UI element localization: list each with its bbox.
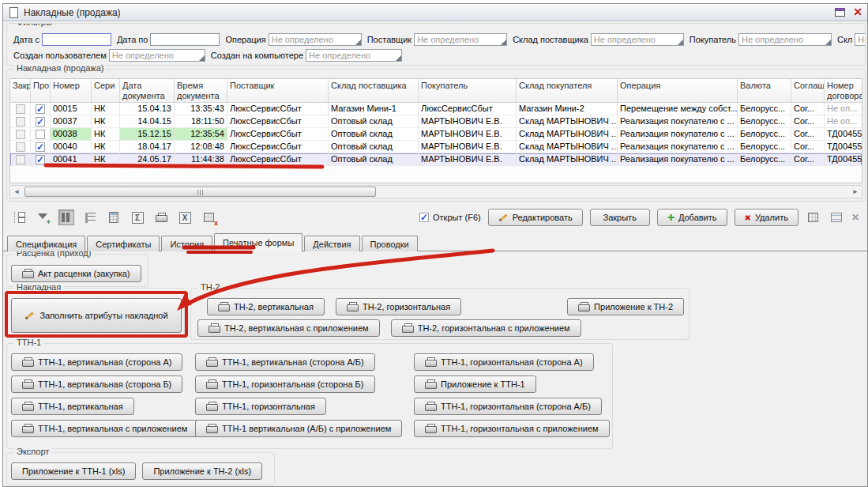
tab-actions[interactable]: Действия [304,236,359,251]
posted-checkbox[interactable] [36,155,45,164]
open-checkbox[interactable] [419,213,429,222]
print-form-button[interactable]: ТН-2, вертикальная с приложением [197,319,380,337]
export-button[interactable]: Приложение к ТТН-1 (xls) [11,462,136,480]
scroll-right-arrow-icon[interactable]: ► [849,186,862,198]
sum-icon[interactable]: Σ [130,210,145,225]
columns-icon[interactable] [58,210,74,225]
combo-field[interactable]: Не определено [109,49,205,62]
posted-checkbox[interactable] [36,104,45,114]
tab-history[interactable]: История [161,236,212,251]
scrollbar-thumb[interactable] [24,187,376,197]
column-header[interactable]: Номер договора [825,79,862,102]
button-label: Приложение к ТТН-1 (xls) [22,466,125,476]
edit-button[interactable]: Редактировать [488,209,583,226]
column-header[interactable]: Номер [51,79,92,102]
closed-checkbox[interactable] [16,104,25,114]
combo-field[interactable]: Не определено [414,33,507,46]
posted-checkbox[interactable] [36,117,45,126]
export-excel-icon[interactable]: X [177,210,193,225]
column-header[interactable]: Дата документа [120,79,175,102]
close-panel-icon[interactable]: ✕ [851,212,859,223]
print-form-button[interactable]: ТТН-1, вертикальная (сторона А) [11,353,182,371]
fill-invoice-attributes-button[interactable]: Заполнить атрибуты накладной [11,298,182,333]
print-icon[interactable] [153,210,169,225]
details-view-icon[interactable] [829,210,844,225]
open-checkbox-wrap[interactable]: Открыт (F6) [419,213,481,222]
print-form-button[interactable]: ТТН-1, горизонтальная (сторона А/Б) [414,398,602,415]
column-header[interactable]: Покупатель [419,79,517,102]
tab-certificates[interactable]: Сертификаты [87,236,160,251]
tab-specification[interactable]: Спецификация [7,236,85,251]
print-form-button[interactable]: ТТН-1 вертикальная (А/Б) с приложением [195,420,402,437]
print-form-button[interactable]: ТТН-1, вертикальная с приложением [11,420,198,437]
print-form-button[interactable]: ТТН-1, горизонтальная (сторона Б) [195,376,375,393]
column-header[interactable]: Закр [10,79,31,102]
column-header[interactable]: Операция [618,79,738,102]
tree-structure-icon[interactable] [11,210,27,225]
column-header[interactable]: Соглаш [791,79,825,102]
closed-checkbox[interactable] [16,142,25,152]
window-title: Накладные (продажа) [24,7,121,18]
print-form-button[interactable]: ТТН-1, горизонтальная [195,398,326,415]
date-input[interactable] [150,33,220,46]
delete-button[interactable]: ✖Удалить [735,209,798,226]
table-row[interactable]: 00015НК15.04.1313:35:43ЛюксСервисСбытМаг… [10,103,862,115]
column-header[interactable]: Склад поставщика [329,79,419,102]
combo-field[interactable]: Не определено [591,33,684,46]
tab-postings[interactable]: Проводки [362,236,418,251]
combo-value: Не определено [272,35,333,44]
print-form-button[interactable]: ТТН-1, горизонтальная с приложением [414,420,610,437]
print-form-button[interactable]: ТН-2, горизонтальная [336,298,461,315]
print-form-button[interactable]: Приложение к ТН-2 [567,298,684,315]
print-form-button[interactable]: ТТН-1, вертикальная [11,398,134,415]
table-row[interactable]: 00037НК14.04.1518:11:50ЛюксСервисСбытОпт… [10,115,862,128]
date-input[interactable] [42,33,111,46]
printer-icon [22,357,33,367]
table-cell: ТД00455 [825,153,862,166]
combo-field[interactable]: Не определено [855,33,866,46]
close-button[interactable]: ✕ [853,8,862,17]
scroll-left-arrow-icon[interactable]: ◄ [10,186,23,198]
calculator-icon[interactable] [106,210,122,225]
column-header[interactable]: Про [31,79,51,102]
export-button[interactable]: Приложение к ТН-2 (xls) [142,462,262,480]
print-form-button[interactable]: ТТН-1, вертикальная (сторона Б) [11,376,182,393]
table-row[interactable]: 00041НК24.05.1711:44:38ЛюксСервисСбытОпт… [10,153,862,166]
table-row[interactable]: 00038НК15.12.1512:35:54ЛюксСервисСбытОпт… [10,128,862,141]
act-pricing-button[interactable]: Акт расценки (закупка) [11,265,141,282]
grid-view-icon[interactable] [806,210,821,225]
add-button[interactable]: ✚Добавить [657,209,727,226]
horizontal-scrollbar[interactable]: ◄ ► [9,185,862,198]
printer-icon [347,302,358,311]
close-button[interactable]: Закрыть [590,209,650,226]
column-header[interactable]: Поставщик [227,79,329,102]
print-form-button[interactable]: ТН-2, вертикальная [207,298,325,315]
restore-button[interactable] [835,6,845,20]
print-form-button[interactable]: ТТН-1, вертикальная (сторона А/Б) [195,353,375,371]
combo-field[interactable]: Не определено [269,33,362,46]
column-header[interactable]: Валюта [738,79,791,102]
closed-checkbox[interactable] [16,155,25,164]
table-cell: МАРТЫНОВИЧ Е.В. [419,153,517,166]
closed-checkbox[interactable] [16,130,25,139]
numbered-list-icon[interactable] [82,210,98,225]
column-header[interactable]: Склад покупателя [517,79,618,102]
print-form-button[interactable]: Приложение к ТТН-1 [414,376,536,393]
print-form-button[interactable]: ТН-2, горизонтальная с приложением [391,319,581,337]
ttn1-row: ТТН-1, вертикальная с приложениемТТН-1 в… [11,420,608,437]
filter-label: Покупатель [690,35,736,44]
remove-table-icon[interactable]: x [201,210,216,225]
print-form-button[interactable]: ТТН-1, горизонтальная (сторона А) [414,353,594,371]
filter-field: Дата по [117,33,220,46]
combo-field[interactable]: Не определено [738,33,832,46]
closed-checkbox[interactable] [16,117,25,126]
posted-checkbox[interactable] [36,130,45,139]
tab-print-forms[interactable]: Печатные формы [214,233,302,251]
posted-checkbox[interactable] [36,142,45,152]
column-header[interactable]: Сери [92,79,120,102]
table-cell: НК [92,141,120,153]
table-row[interactable]: 00040НК18.04.1712:08:48ЛюксСервисСбытОпт… [10,141,862,153]
combo-field[interactable]: Не определено [306,49,402,62]
add-filter-icon[interactable]: + [35,210,51,225]
column-header[interactable]: Время документа [175,79,227,102]
